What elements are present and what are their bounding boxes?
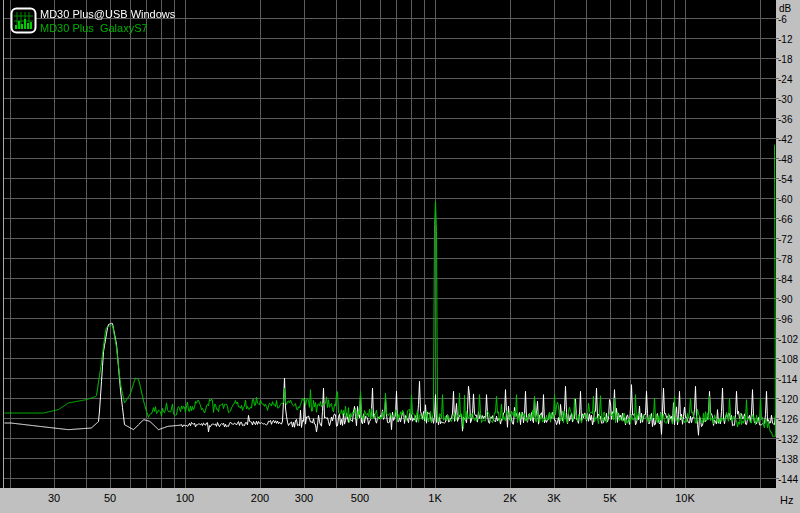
y-tick-label: -18 <box>778 54 792 65</box>
x-tick-label: 200 <box>251 492 269 504</box>
y-tick-label: -72 <box>778 234 792 245</box>
legend-series-1-label: MD30 Plus@USB Windows <box>40 7 175 21</box>
x-tick-label: 100 <box>176 492 194 504</box>
legend-series-2-label: MD30 Plus GalaxyS7 <box>40 21 175 35</box>
y-tick-label: -66 <box>778 214 792 225</box>
y-tick-label: -12 <box>778 34 792 45</box>
y-tick-label: -114 <box>778 374 797 385</box>
x-tick-label: 5K <box>603 492 616 504</box>
y-axis-strip: dB Hz -6-12-18-24-30-36-42-48-54-60-66-7… <box>776 0 800 513</box>
x-axis-strip: 30501002003005001K2K3K5K10K <box>0 488 776 513</box>
x-tick-label: 10K <box>675 492 695 504</box>
x-tick-label: 50 <box>104 492 116 504</box>
y-tick-label: -126 <box>778 414 798 425</box>
x-tick-label: 30 <box>48 492 60 504</box>
x-axis-unit-label: Hz <box>780 494 793 506</box>
y-tick-label: -108 <box>778 354 798 365</box>
y-tick-label: -54 <box>778 174 792 185</box>
y-tick-label: -6 <box>778 14 787 25</box>
y-tick-label: -132 <box>778 434 798 445</box>
spectrum-analyzer-window: MD30 Plus@USB Windows MD30 Plus GalaxyS7… <box>0 0 800 513</box>
x-tick-label: 2K <box>503 492 516 504</box>
x-tick-label: 500 <box>351 492 369 504</box>
x-tick-label: 300 <box>295 492 313 504</box>
x-tick-label: 1K <box>428 492 441 504</box>
y-tick-label: -96 <box>778 314 792 325</box>
y-axis-unit-label: dB <box>779 3 791 14</box>
spectrum-plot <box>0 0 776 488</box>
y-tick-label: -90 <box>778 294 792 305</box>
y-tick-label: -84 <box>778 274 792 285</box>
y-tick-label: -144 <box>778 474 798 485</box>
y-tick-label: -24 <box>778 74 792 85</box>
y-tick-label: -78 <box>778 254 792 265</box>
y-tick-label: -42 <box>778 134 792 145</box>
y-tick-label: -48 <box>778 154 792 165</box>
x-tick-label: 3K <box>547 492 560 504</box>
y-tick-label: -138 <box>778 454 798 465</box>
spectrum-grid-icon <box>10 7 37 34</box>
y-tick-label: -120 <box>778 394 798 405</box>
y-tick-label: -30 <box>778 94 792 105</box>
y-tick-label: -36 <box>778 114 792 125</box>
y-tick-label: -60 <box>778 194 792 205</box>
y-tick-label: -102 <box>778 334 798 345</box>
